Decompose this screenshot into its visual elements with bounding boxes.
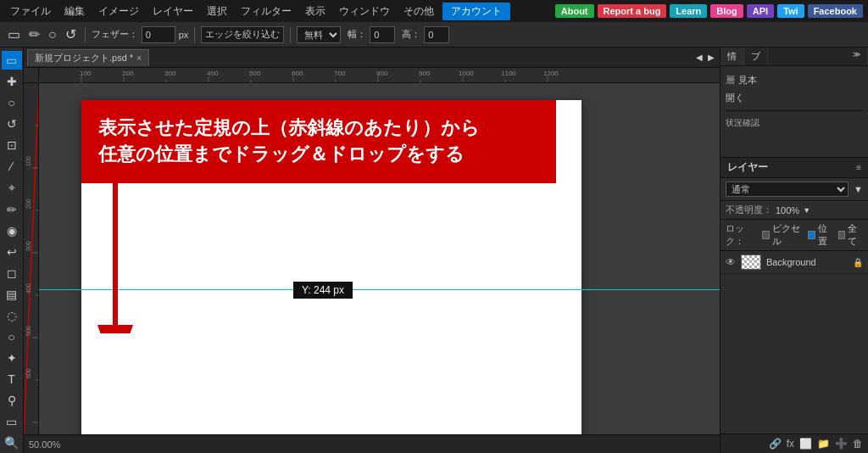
right-collapse-top[interactable]: ≫ xyxy=(846,48,868,65)
about-button[interactable]: About xyxy=(555,4,594,18)
toolbar-sep-3 xyxy=(290,27,291,42)
svg-text:800: 800 xyxy=(376,70,388,77)
tab-right-arrow[interactable]: ▶ xyxy=(706,51,716,64)
lock-pixel-check[interactable]: ピクセル xyxy=(762,222,803,248)
right-row-open: 開く xyxy=(726,89,863,107)
right-tab-prop[interactable]: ブ xyxy=(744,48,768,65)
menu-other[interactable]: その他 xyxy=(398,3,439,20)
top-ruler-svg: 100 200 300 400 500 600 700 800 900 1000… xyxy=(39,68,720,83)
guide-tooltip-text: Y: 244 px xyxy=(302,284,344,296)
right-layer-label: 層 xyxy=(726,74,735,87)
tool-lasso[interactable]: ○ xyxy=(2,93,22,112)
svg-text:1200: 1200 xyxy=(543,70,559,77)
learn-button[interactable]: Learn xyxy=(670,4,707,18)
tool-zoom[interactable]: 🔍 xyxy=(2,433,22,452)
canvas-viewport[interactable]: 表示させた定規の上（赤斜線のあたり）から任意の位置までドラッグ＆ドロップをする … xyxy=(39,83,720,434)
lasso-icon: ✏ xyxy=(26,25,42,44)
left-ruler-svg: 100 200 300 400 500 600 xyxy=(24,83,39,434)
tool-path[interactable]: ⚲ xyxy=(2,391,22,410)
layers-menu-icon[interactable]: ≡ xyxy=(856,163,861,172)
right-tab-info[interactable]: 情 xyxy=(721,48,744,65)
position-checkbox[interactable] xyxy=(808,231,815,239)
guide-tooltip: Y: 244 px xyxy=(293,282,353,299)
right-layer-value: 見本 xyxy=(738,74,757,87)
delete-layer-icon[interactable]: 🗑 xyxy=(853,438,863,450)
blog-button[interactable]: Blog xyxy=(710,4,743,18)
api-button[interactable]: API xyxy=(747,4,774,18)
right-extra-label: 状況確認 xyxy=(726,117,760,129)
twi-button[interactable]: Twi xyxy=(777,4,804,18)
main-area: ▭ ✚ ○ ↺ ⊡ ∕ ⌖ ✏ ◉ ↩ ◻ ▤ ◌ ○ ✦ T ⚲ ▭ 🔍 新規… xyxy=(0,48,868,453)
svg-text:100: 100 xyxy=(25,156,31,166)
top-ruler: 100 200 300 400 500 600 700 800 900 1000… xyxy=(39,68,720,83)
menu-image[interactable]: イメージ xyxy=(93,3,144,20)
facebook-button[interactable]: Facebook xyxy=(808,4,863,18)
guide-line[interactable] xyxy=(39,289,720,290)
layers-opacity-row: 不透明度： 100% ▼ xyxy=(721,201,868,220)
feather-input[interactable] xyxy=(142,26,175,43)
new-layer-icon[interactable]: ➕ xyxy=(835,438,848,450)
tool-stamp[interactable]: ◉ xyxy=(2,221,22,240)
height-input[interactable] xyxy=(424,26,449,43)
menu-file[interactable]: ファイル xyxy=(5,3,56,20)
account-button[interactable]: アカウント xyxy=(442,3,510,20)
layers-footer: 🔗 fx ⬜ 📁 ➕ 🗑 xyxy=(721,433,868,453)
tool-shape[interactable]: ▭ xyxy=(2,412,22,431)
tool-heal[interactable]: ⌖ xyxy=(2,178,22,198)
canvas-area: 新規プロジェクト.psd * × ◀ ▶ xyxy=(24,48,720,453)
new-group-icon[interactable]: 📁 xyxy=(817,438,830,450)
effects-icon[interactable]: fx xyxy=(787,438,794,450)
svg-text:200: 200 xyxy=(122,70,134,77)
tool-move[interactable]: ✚ xyxy=(2,72,22,91)
feather-unit: px xyxy=(179,30,189,40)
menu-window[interactable]: ウィンドウ xyxy=(334,3,395,20)
svg-text:300: 300 xyxy=(25,241,31,251)
tab-arrows: ◀ ▶ xyxy=(694,51,720,64)
tool-dodge[interactable]: ○ xyxy=(2,327,22,346)
tool-history[interactable]: ↩ xyxy=(2,243,22,261)
layer-thumbnail xyxy=(741,254,761,270)
tab-close-button[interactable]: × xyxy=(136,53,142,63)
lock-position-check[interactable]: 位置 xyxy=(808,222,832,248)
all-label: 全て xyxy=(848,222,863,248)
document-tab[interactable]: 新規プロジェクト.psd * × xyxy=(27,49,149,66)
svg-text:600: 600 xyxy=(292,70,303,77)
menu-edit[interactable]: 編集 xyxy=(59,3,90,20)
report-bug-button[interactable]: Report a bug xyxy=(598,4,667,18)
link-layers-icon[interactable]: 🔗 xyxy=(769,438,782,450)
tool-eyedropper[interactable]: ∕ xyxy=(2,157,22,176)
tool-magic-wand[interactable]: ↺ xyxy=(2,115,22,133)
right-panel: 情 ブ ≫ 層 見本 開く 状況確認 レ xyxy=(720,48,868,453)
tool-brush[interactable]: ✏ xyxy=(2,200,22,219)
lock-all-check[interactable]: 全て xyxy=(838,222,863,248)
layer-item[interactable]: 👁 Background 🔒 xyxy=(721,251,868,274)
pixel-label: ピクセル xyxy=(772,222,803,248)
mask-icon[interactable]: ⬜ xyxy=(799,438,812,450)
style-select[interactable]: 無料 xyxy=(297,26,341,43)
tool-text[interactable]: T xyxy=(2,370,22,389)
marquee-icon: ▭ xyxy=(5,25,23,44)
width-input[interactable] xyxy=(370,26,395,43)
ruler-corner xyxy=(24,68,39,83)
edge-button[interactable]: エッジを絞り込む xyxy=(201,26,284,43)
pixel-checkbox[interactable] xyxy=(762,231,770,239)
opacity-arrow[interactable]: ▼ xyxy=(803,206,810,215)
right-panel-info: 層 見本 開く 状況確認 xyxy=(721,66,868,157)
tab-left-arrow[interactable]: ◀ xyxy=(694,51,704,64)
menu-filter[interactable]: フィルター xyxy=(236,3,297,20)
menu-select[interactable]: 選択 xyxy=(202,3,232,20)
tool-pen[interactable]: ✦ xyxy=(2,349,22,367)
blend-mode-select[interactable]: 通常 xyxy=(726,182,849,197)
layer-eye-icon[interactable]: 👁 xyxy=(726,256,736,268)
menu-layer[interactable]: レイヤー xyxy=(147,3,198,20)
menu-view[interactable]: 表示 xyxy=(300,3,331,20)
tool-blur[interactable]: ◌ xyxy=(2,306,22,325)
tool-select[interactable]: ▭ xyxy=(2,51,22,70)
toolbar-sep-2 xyxy=(194,27,195,42)
layers-controls: 通常 ▼ xyxy=(721,178,868,201)
all-checkbox[interactable] xyxy=(838,231,846,239)
toolbar: ▭ ✏ ○ ↺ フェザー： px エッジを絞り込む 無料 幅： 高： xyxy=(0,22,868,48)
tool-gradient[interactable]: ▤ xyxy=(2,285,22,304)
tool-eraser[interactable]: ◻ xyxy=(2,264,22,282)
tool-crop[interactable]: ⊡ xyxy=(2,136,22,154)
